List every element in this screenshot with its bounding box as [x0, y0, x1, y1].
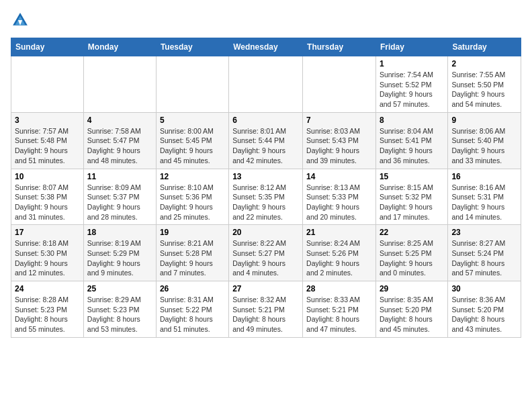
calendar-cell: 27Sunrise: 8:32 AM Sunset: 5:21 PM Dayli… — [229, 281, 303, 338]
weekday-header-cell: Tuesday — [156, 38, 228, 56]
day-info: Sunrise: 7:54 AM Sunset: 5:52 PM Dayligh… — [380, 70, 444, 109]
day-number: 25 — [87, 284, 152, 293]
day-number: 10 — [15, 172, 80, 181]
weekday-header-cell: Friday — [375, 38, 447, 56]
calendar-cell: 30Sunrise: 8:36 AM Sunset: 5:20 PM Dayli… — [448, 281, 521, 338]
calendar-cell: 25Sunrise: 8:29 AM Sunset: 5:23 PM Dayli… — [83, 281, 156, 338]
day-number: 18 — [87, 228, 152, 237]
logo-icon — [11, 11, 30, 30]
day-info: Sunrise: 8:04 AM Sunset: 5:41 PM Dayligh… — [380, 126, 444, 166]
day-number: 28 — [306, 284, 372, 293]
calendar-cell — [303, 56, 376, 113]
day-number: 6 — [232, 116, 299, 125]
day-info: Sunrise: 7:57 AM Sunset: 5:48 PM Dayligh… — [15, 126, 80, 166]
calendar-table: SundayMondayTuesdayWednesdayThursdayFrid… — [11, 38, 521, 338]
day-info: Sunrise: 8:06 AM Sunset: 5:40 PM Dayligh… — [451, 126, 517, 166]
day-number: 20 — [232, 228, 299, 237]
weekday-header-cell: Wednesday — [229, 38, 303, 56]
day-info: Sunrise: 8:27 AM Sunset: 5:24 PM Dayligh… — [451, 238, 517, 278]
calendar-week-row: 10Sunrise: 8:07 AM Sunset: 5:38 PM Dayli… — [11, 169, 521, 225]
calendar-cell: 22Sunrise: 8:25 AM Sunset: 5:25 PM Dayli… — [375, 225, 447, 281]
day-number: 27 — [232, 284, 299, 293]
day-info: Sunrise: 8:09 AM Sunset: 5:37 PM Dayligh… — [87, 183, 152, 222]
calendar-cell — [11, 56, 84, 113]
day-number: 26 — [160, 284, 225, 293]
day-info: Sunrise: 8:18 AM Sunset: 5:30 PM Dayligh… — [15, 238, 80, 278]
calendar-cell: 28Sunrise: 8:33 AM Sunset: 5:21 PM Dayli… — [303, 281, 376, 338]
calendar-week-row: 17Sunrise: 8:18 AM Sunset: 5:30 PM Dayli… — [11, 225, 521, 281]
weekday-header-row: SundayMondayTuesdayWednesdayThursdayFrid… — [11, 38, 521, 56]
calendar-cell: 4Sunrise: 7:58 AM Sunset: 5:47 PM Daylig… — [83, 112, 156, 169]
calendar-week-row: 1Sunrise: 7:54 AM Sunset: 5:52 PM Daylig… — [11, 56, 521, 113]
day-info: Sunrise: 8:32 AM Sunset: 5:21 PM Dayligh… — [232, 295, 299, 334]
calendar-cell: 13Sunrise: 8:12 AM Sunset: 5:35 PM Dayli… — [229, 169, 303, 225]
calendar-cell: 18Sunrise: 8:19 AM Sunset: 5:29 PM Dayli… — [83, 225, 156, 281]
weekday-header-cell: Saturday — [448, 38, 521, 56]
day-number: 2 — [451, 59, 517, 68]
day-number: 15 — [380, 172, 444, 181]
calendar-cell: 23Sunrise: 8:27 AM Sunset: 5:24 PM Dayli… — [448, 225, 521, 281]
day-number: 4 — [87, 116, 152, 125]
day-number: 19 — [160, 228, 225, 237]
weekday-header-cell: Monday — [83, 38, 156, 56]
calendar-cell: 17Sunrise: 8:18 AM Sunset: 5:30 PM Dayli… — [11, 225, 84, 281]
calendar-cell: 8Sunrise: 8:04 AM Sunset: 5:41 PM Daylig… — [375, 112, 447, 169]
logo — [11, 11, 32, 30]
day-info: Sunrise: 8:21 AM Sunset: 5:28 PM Dayligh… — [160, 238, 225, 278]
day-info: Sunrise: 8:12 AM Sunset: 5:35 PM Dayligh… — [232, 183, 299, 222]
day-info: Sunrise: 8:33 AM Sunset: 5:21 PM Dayligh… — [306, 295, 372, 334]
day-number: 29 — [380, 284, 444, 293]
day-info: Sunrise: 8:03 AM Sunset: 5:43 PM Dayligh… — [306, 126, 372, 166]
day-info: Sunrise: 8:29 AM Sunset: 5:23 PM Dayligh… — [87, 295, 152, 334]
calendar-cell: 29Sunrise: 8:35 AM Sunset: 5:20 PM Dayli… — [375, 281, 447, 338]
calendar-cell: 12Sunrise: 8:10 AM Sunset: 5:36 PM Dayli… — [156, 169, 228, 225]
day-info: Sunrise: 8:10 AM Sunset: 5:36 PM Dayligh… — [160, 183, 225, 222]
day-info: Sunrise: 8:07 AM Sunset: 5:38 PM Dayligh… — [15, 183, 80, 222]
day-number: 23 — [451, 228, 517, 237]
day-number: 14 — [306, 172, 372, 181]
day-number: 24 — [15, 284, 80, 293]
calendar-cell: 15Sunrise: 8:15 AM Sunset: 5:32 PM Dayli… — [375, 169, 447, 225]
day-info: Sunrise: 8:13 AM Sunset: 5:33 PM Dayligh… — [306, 183, 372, 222]
day-info: Sunrise: 8:25 AM Sunset: 5:25 PM Dayligh… — [380, 238, 444, 278]
day-info: Sunrise: 8:35 AM Sunset: 5:20 PM Dayligh… — [380, 295, 444, 334]
day-info: Sunrise: 8:24 AM Sunset: 5:26 PM Dayligh… — [306, 238, 372, 278]
day-number: 1 — [380, 59, 444, 68]
day-info: Sunrise: 8:16 AM Sunset: 5:31 PM Dayligh… — [451, 183, 517, 222]
calendar-cell: 11Sunrise: 8:09 AM Sunset: 5:37 PM Dayli… — [83, 169, 156, 225]
calendar-cell: 6Sunrise: 8:01 AM Sunset: 5:44 PM Daylig… — [229, 112, 303, 169]
calendar-cell: 2Sunrise: 7:55 AM Sunset: 5:50 PM Daylig… — [448, 56, 521, 113]
day-info: Sunrise: 8:28 AM Sunset: 5:23 PM Dayligh… — [15, 295, 80, 334]
day-info: Sunrise: 7:58 AM Sunset: 5:47 PM Dayligh… — [87, 126, 152, 166]
calendar-cell — [156, 56, 228, 113]
day-number: 22 — [380, 228, 444, 237]
calendar-cell: 3Sunrise: 7:57 AM Sunset: 5:48 PM Daylig… — [11, 112, 84, 169]
day-info: Sunrise: 8:36 AM Sunset: 5:20 PM Dayligh… — [451, 295, 517, 334]
calendar-cell — [229, 56, 303, 113]
day-number: 8 — [380, 116, 444, 125]
day-info: Sunrise: 8:00 AM Sunset: 5:45 PM Dayligh… — [160, 126, 225, 166]
day-number: 5 — [160, 116, 225, 125]
weekday-header-cell: Sunday — [11, 38, 84, 56]
calendar-cell: 20Sunrise: 8:22 AM Sunset: 5:27 PM Dayli… — [229, 225, 303, 281]
day-info: Sunrise: 8:01 AM Sunset: 5:44 PM Dayligh… — [232, 126, 299, 166]
day-info: Sunrise: 8:19 AM Sunset: 5:29 PM Dayligh… — [87, 238, 152, 278]
day-number: 3 — [15, 116, 80, 125]
calendar-week-row: 3Sunrise: 7:57 AM Sunset: 5:48 PM Daylig… — [11, 112, 521, 169]
day-number: 17 — [15, 228, 80, 237]
calendar-cell — [83, 56, 156, 113]
calendar-cell: 10Sunrise: 8:07 AM Sunset: 5:38 PM Dayli… — [11, 169, 84, 225]
day-number: 7 — [306, 116, 372, 125]
calendar-cell: 24Sunrise: 8:28 AM Sunset: 5:23 PM Dayli… — [11, 281, 84, 338]
calendar-cell: 7Sunrise: 8:03 AM Sunset: 5:43 PM Daylig… — [303, 112, 376, 169]
day-number: 30 — [451, 284, 517, 293]
day-number: 11 — [87, 172, 152, 181]
day-info: Sunrise: 8:22 AM Sunset: 5:27 PM Dayligh… — [232, 238, 299, 278]
calendar-cell: 16Sunrise: 8:16 AM Sunset: 5:31 PM Dayli… — [448, 169, 521, 225]
calendar-cell: 26Sunrise: 8:31 AM Sunset: 5:22 PM Dayli… — [156, 281, 228, 338]
calendar-cell: 14Sunrise: 8:13 AM Sunset: 5:33 PM Dayli… — [303, 169, 376, 225]
day-number: 9 — [451, 116, 517, 125]
page-header — [11, 11, 521, 30]
day-number: 12 — [160, 172, 225, 181]
day-number: 16 — [451, 172, 517, 181]
